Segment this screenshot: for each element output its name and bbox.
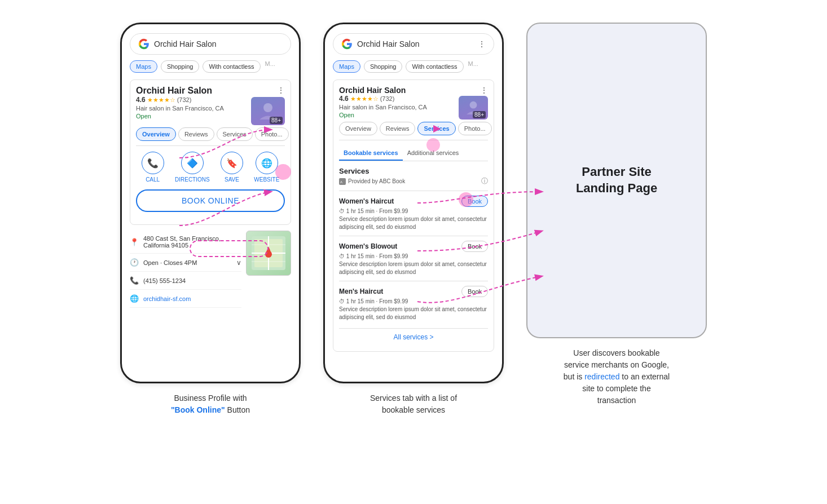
action-directions[interactable]: 🔷 DIRECTIONS [175,152,210,183]
phone1-column: Orchid Hair Salon Maps Shopping With con… [120,23,301,416]
partner-site-title: Partner SiteLanding Page [576,164,657,196]
web-icon: 🌐 [130,294,139,303]
phone2-mockup: Orchid Hair Salon ⋮ Maps Shopping With c… [323,23,504,383]
phone1-biz-image: 88+ [251,97,285,125]
tab-overview[interactable]: Overview [136,127,176,141]
hours-row: 🕐 Open · Closes 4PM ∨ [130,254,241,272]
service-item-0: Women's Haircut Book ⏱ 1 hr 15 min · Fro… [339,191,488,236]
save-icon-circle: 🔖 [221,152,243,174]
tab-photos[interactable]: Photo... [255,127,289,141]
website-label: WEBSITE [254,176,279,183]
address-row: 📍 480 Cast St, San Francisco, California… [130,231,241,254]
service-name-2: Men's Haircut [339,288,383,295]
action-call[interactable]: 📞 CALL [142,152,164,183]
phone2-google-logo [341,38,353,50]
phone-icon: 📞 [130,276,139,285]
all-services-link[interactable]: All services > [339,328,488,346]
phone2-image-num: 88+ [473,111,486,118]
phone2-biz-card: Orchid Hair Salon 4.6 ★★★★☆ (732) Hair s… [333,79,494,352]
phone2-pill-maps[interactable]: Maps [333,60,360,73]
phone2-tab-photos[interactable]: Photo... [458,122,492,135]
book-button-0[interactable]: Book [461,196,488,207]
phone2-pill-shopping[interactable]: Shopping [364,60,403,73]
service-item-2: Men's Haircut Book ⏱ 1 hr 15 min · From … [339,281,488,326]
phone1-info-rows: 📍 480 Cast St, San Francisco, California… [130,231,241,308]
phone2-caption-text: Services tab with a list ofbookable serv… [370,394,457,414]
call-icon-circle: 📞 [142,152,164,174]
redirected-highlight: redirected [584,372,619,381]
tab-reviews[interactable]: Reviews [178,127,214,141]
phone1-nav-tabs: Overview Reviews Services Photo... [136,127,285,146]
phone2-search-text: Orchid Hair Salon [357,39,420,48]
phone2-biz-status: Open [339,112,427,118]
phone1-caption-text: Business Profile with"Book Online" Butto… [171,394,250,414]
service-meta-2: ⏱ 1 hr 15 min · From $9.99 [339,298,488,304]
phone1-search-text: Orchid Hair Salon [154,39,217,48]
phone1-caption: Business Profile with"Book Online" Butto… [171,392,250,416]
phone2-pill-contactless[interactable]: With contactless [406,60,463,73]
partner-column: Partner SiteLanding Page User discovers … [526,23,707,406]
phone1-rating: 4.6 [136,96,146,104]
main-row: Orchid Hair Salon Maps Shopping With con… [0,11,827,427]
svg-point-0 [263,103,272,112]
phone2-caption: Services tab with a list ofbookable serv… [370,392,457,416]
pill-maps[interactable]: Maps [130,60,157,73]
phone1-biz-type: Hair salon in San Francisco, CA [136,105,224,112]
website-row: 🌐 orchidhair-sf.com [130,290,241,308]
phone2-biz-title: Orchid Hair Salon [339,86,427,95]
phone1-search-bar[interactable]: Orchid Hair Salon [130,33,291,55]
phone-row: 📞 (415) 555-1234 [130,272,241,290]
phone1-action-buttons: 📞 CALL 🔷 DIRECTIONS 🔖 SAVE 🌐 [136,152,285,183]
services-tab-arrow: ▶ [433,123,440,134]
service-desc-0: Service description lorem ipsum dolor si… [339,215,488,231]
save-label: SAVE [225,176,239,183]
pill-contactless[interactable]: With contactless [203,60,260,73]
phone2-dots-menu[interactable]: ⋮ [480,86,488,95]
book-button-1[interactable]: Book [461,241,488,252]
book-button-2[interactable]: Book [461,286,488,297]
directions-label: DIRECTIONS [175,176,210,183]
phone2-tab-overview[interactable]: Overview [339,122,377,135]
provided-by: A Provided by ABC Book ⓘ [339,176,488,186]
phone1-image-num: 88+ [270,117,283,124]
service-desc-1: Service description lorem ipsum dolor si… [339,260,488,276]
phone1-biz-status: Open [136,113,224,120]
address-text: 480 Cast St, San Francisco, California 9… [143,235,241,249]
pill-shopping[interactable]: Shopping [161,60,200,73]
phone2-filter-pills: Maps Shopping With contactless M... [333,60,494,73]
location-icon: 📍 [130,238,139,246]
phone2-pill-more: M... [468,60,478,73]
additional-services-tab[interactable]: Additional services [403,146,464,161]
expand-hours[interactable]: ∨ [236,259,241,267]
svg-point-7 [265,251,272,258]
website-icon-circle: 🌐 [256,152,278,174]
tab-services[interactable]: Services [217,127,253,141]
svg-text:A: A [340,180,342,184]
service-meta-1: ⏱ 1 hr 15 min · From $9.99 [339,253,488,259]
phone1-biz-title: Orchid Hair Salon [136,86,224,96]
phone1-biz-card: Orchid Hair Salon 4.6 ★★★★☆ (732) Hair s… [130,79,291,225]
action-website[interactable]: 🌐 WEBSITE [254,152,279,183]
map-thumbnail[interactable] [246,231,291,276]
map-svg [252,236,285,270]
partner-caption: User discovers bookableservice merchants… [564,347,670,406]
phone2-more-menu[interactable]: ⋮ [478,39,486,48]
provided-by-text: Provided by ABC Book [348,178,405,184]
phone2-services-tabs: Bookable services Additional services [339,146,488,161]
phone2-search-bar[interactable]: Orchid Hair Salon ⋮ [333,33,494,55]
phone1-more-menu[interactable]: ⋮ [277,86,285,95]
hours-text: Open · Closes 4PM [143,259,197,266]
phone2-nav-tabs: Overview Reviews Services Photo... ▶ [339,122,488,140]
phone2-biz-image: 88+ [459,96,488,120]
directions-icon-circle: 🔷 [181,152,204,174]
phone1-info-section: 📍 480 Cast St, San Francisco, California… [130,231,291,308]
google-logo [138,38,149,50]
call-label: CALL [146,176,160,183]
bookable-services-tab[interactable]: Bookable services [339,146,403,161]
book-online-button[interactable]: BOOK ONLINE [136,189,285,212]
phone2-stars: ★★★★☆ [350,95,379,103]
partner-caption-text: User discovers bookableservice merchants… [564,348,670,405]
phone2-tab-reviews[interactable]: Reviews [380,122,416,135]
service-item-1: Women's Blowout Book ⏱ 1 hr 15 min · Fro… [339,236,488,281]
action-save[interactable]: 🔖 SAVE [221,152,243,183]
